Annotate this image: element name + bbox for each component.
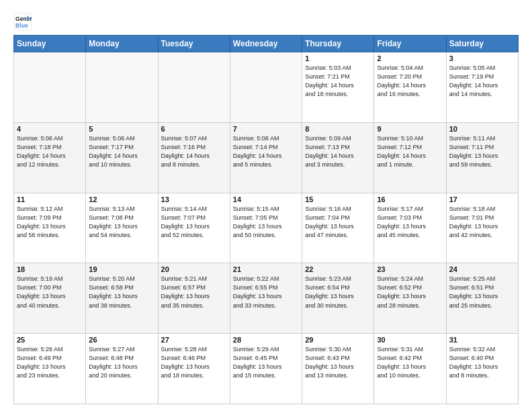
weekday-header: Tuesday	[158, 36, 230, 52]
calendar-cell: 23Sunrise: 5:24 AM Sunset: 6:52 PM Dayli…	[374, 263, 446, 334]
calendar-cell: 13Sunrise: 5:14 AM Sunset: 7:07 PM Dayli…	[158, 193, 230, 263]
calendar-cell: 20Sunrise: 5:21 AM Sunset: 6:57 PM Dayli…	[158, 263, 230, 334]
logo: General Blue	[13, 12, 32, 31]
calendar-cell: 17Sunrise: 5:18 AM Sunset: 7:01 PM Dayli…	[446, 193, 518, 263]
day-info: Sunrise: 5:21 AM Sunset: 6:57 PM Dayligh…	[161, 275, 227, 310]
day-number: 27	[161, 336, 227, 344]
header: General Blue	[13, 12, 519, 31]
calendar-cell: 18Sunrise: 5:19 AM Sunset: 7:00 PM Dayli…	[14, 263, 86, 334]
day-number: 31	[449, 336, 515, 344]
calendar-cell: 10Sunrise: 5:11 AM Sunset: 7:11 PM Dayli…	[446, 122, 518, 193]
calendar-cell: 15Sunrise: 5:16 AM Sunset: 7:04 PM Dayli…	[302, 193, 374, 263]
day-number: 7	[233, 125, 299, 133]
calendar-cell: 29Sunrise: 5:30 AM Sunset: 6:43 PM Dayli…	[302, 334, 374, 404]
calendar-cell: 28Sunrise: 5:29 AM Sunset: 6:45 PM Dayli…	[230, 334, 302, 404]
calendar-cell: 5Sunrise: 5:06 AM Sunset: 7:17 PM Daylig…	[86, 122, 158, 193]
day-info: Sunrise: 5:14 AM Sunset: 7:07 PM Dayligh…	[161, 205, 227, 240]
logo-icon: General Blue	[13, 12, 32, 31]
day-info: Sunrise: 5:15 AM Sunset: 7:05 PM Dayligh…	[233, 205, 299, 240]
day-number: 1	[305, 54, 371, 62]
day-info: Sunrise: 5:12 AM Sunset: 7:09 PM Dayligh…	[17, 205, 83, 240]
day-info: Sunrise: 5:06 AM Sunset: 7:17 PM Dayligh…	[89, 134, 154, 169]
calendar-cell: 27Sunrise: 5:28 AM Sunset: 6:46 PM Dayli…	[158, 334, 230, 404]
calendar-cell: 12Sunrise: 5:13 AM Sunset: 7:08 PM Dayli…	[86, 193, 158, 263]
day-info: Sunrise: 5:08 AM Sunset: 7:14 PM Dayligh…	[233, 134, 299, 169]
day-number: 15	[305, 195, 371, 203]
weekday-header-row: SundayMondayTuesdayWednesdayThursdayFrid…	[14, 36, 519, 52]
day-number: 30	[377, 336, 443, 344]
day-number: 22	[305, 265, 371, 273]
day-number: 2	[377, 54, 443, 62]
day-number: 16	[377, 195, 443, 203]
day-number: 23	[377, 265, 443, 273]
day-info: Sunrise: 5:13 AM Sunset: 7:08 PM Dayligh…	[89, 205, 154, 240]
day-number: 14	[233, 195, 299, 203]
calendar-cell	[230, 52, 302, 123]
calendar-cell: 24Sunrise: 5:25 AM Sunset: 6:51 PM Dayli…	[446, 263, 518, 334]
calendar-cell	[158, 52, 230, 123]
calendar-week-row: 18Sunrise: 5:19 AM Sunset: 7:00 PM Dayli…	[14, 263, 519, 334]
calendar-cell: 19Sunrise: 5:20 AM Sunset: 6:58 PM Dayli…	[86, 263, 158, 334]
calendar-cell: 30Sunrise: 5:31 AM Sunset: 6:42 PM Dayli…	[374, 334, 446, 404]
day-info: Sunrise: 5:09 AM Sunset: 7:13 PM Dayligh…	[305, 134, 371, 169]
day-number: 21	[233, 265, 299, 273]
calendar-cell: 22Sunrise: 5:23 AM Sunset: 6:54 PM Dayli…	[302, 263, 374, 334]
day-number: 29	[305, 336, 371, 344]
calendar-cell	[86, 52, 158, 123]
day-number: 5	[89, 125, 154, 133]
calendar-cell: 31Sunrise: 5:32 AM Sunset: 6:40 PM Dayli…	[446, 334, 518, 404]
weekday-header: Sunday	[14, 36, 86, 52]
calendar-cell: 3Sunrise: 5:05 AM Sunset: 7:19 PM Daylig…	[446, 52, 518, 123]
calendar-cell: 11Sunrise: 5:12 AM Sunset: 7:09 PM Dayli…	[14, 193, 86, 263]
calendar-cell: 21Sunrise: 5:22 AM Sunset: 6:55 PM Dayli…	[230, 263, 302, 334]
calendar-week-row: 4Sunrise: 5:06 AM Sunset: 7:18 PM Daylig…	[14, 122, 519, 193]
day-info: Sunrise: 5:22 AM Sunset: 6:55 PM Dayligh…	[233, 275, 299, 310]
calendar-week-row: 1Sunrise: 5:03 AM Sunset: 7:21 PM Daylig…	[14, 52, 519, 123]
svg-text:Blue: Blue	[15, 22, 28, 29]
day-info: Sunrise: 5:10 AM Sunset: 7:12 PM Dayligh…	[377, 134, 443, 169]
day-info: Sunrise: 5:27 AM Sunset: 6:48 PM Dayligh…	[89, 345, 154, 380]
page: General Blue SundayMondayTuesdayWednesda…	[0, 0, 532, 411]
calendar-table: SundayMondayTuesdayWednesdayThursdayFrid…	[13, 35, 519, 404]
day-info: Sunrise: 5:19 AM Sunset: 7:00 PM Dayligh…	[17, 275, 83, 310]
day-info: Sunrise: 5:23 AM Sunset: 6:54 PM Dayligh…	[305, 275, 371, 310]
day-number: 3	[449, 54, 515, 62]
day-number: 28	[233, 336, 299, 344]
day-info: Sunrise: 5:07 AM Sunset: 7:16 PM Dayligh…	[161, 134, 227, 169]
day-info: Sunrise: 5:06 AM Sunset: 7:18 PM Dayligh…	[17, 134, 83, 169]
calendar-cell: 25Sunrise: 5:26 AM Sunset: 6:49 PM Dayli…	[14, 334, 86, 404]
day-info: Sunrise: 5:26 AM Sunset: 6:49 PM Dayligh…	[17, 345, 83, 380]
day-info: Sunrise: 5:25 AM Sunset: 6:51 PM Dayligh…	[449, 275, 515, 310]
day-number: 24	[449, 265, 515, 273]
weekday-header: Friday	[374, 36, 446, 52]
day-info: Sunrise: 5:24 AM Sunset: 6:52 PM Dayligh…	[377, 275, 443, 310]
day-number: 18	[17, 265, 83, 273]
day-number: 11	[17, 195, 83, 203]
weekday-header: Monday	[86, 36, 158, 52]
day-number: 8	[305, 125, 371, 133]
day-number: 20	[161, 265, 227, 273]
day-info: Sunrise: 5:16 AM Sunset: 7:04 PM Dayligh…	[305, 205, 371, 240]
day-info: Sunrise: 5:30 AM Sunset: 6:43 PM Dayligh…	[305, 345, 371, 380]
calendar-cell: 14Sunrise: 5:15 AM Sunset: 7:05 PM Dayli…	[230, 193, 302, 263]
day-number: 6	[161, 125, 227, 133]
day-info: Sunrise: 5:03 AM Sunset: 7:21 PM Dayligh…	[305, 64, 371, 99]
calendar-cell: 16Sunrise: 5:17 AM Sunset: 7:03 PM Dayli…	[374, 193, 446, 263]
calendar-cell: 8Sunrise: 5:09 AM Sunset: 7:13 PM Daylig…	[302, 122, 374, 193]
day-number: 9	[377, 125, 443, 133]
calendar-cell: 6Sunrise: 5:07 AM Sunset: 7:16 PM Daylig…	[158, 122, 230, 193]
day-info: Sunrise: 5:20 AM Sunset: 6:58 PM Dayligh…	[89, 275, 154, 310]
day-info: Sunrise: 5:31 AM Sunset: 6:42 PM Dayligh…	[377, 345, 443, 380]
weekday-header: Thursday	[302, 36, 374, 52]
calendar-cell: 7Sunrise: 5:08 AM Sunset: 7:14 PM Daylig…	[230, 122, 302, 193]
day-info: Sunrise: 5:32 AM Sunset: 6:40 PM Dayligh…	[449, 345, 515, 380]
day-number: 25	[17, 336, 83, 344]
day-number: 17	[449, 195, 515, 203]
day-info: Sunrise: 5:29 AM Sunset: 6:45 PM Dayligh…	[233, 345, 299, 380]
calendar-week-row: 11Sunrise: 5:12 AM Sunset: 7:09 PM Dayli…	[14, 193, 519, 263]
day-number: 12	[89, 195, 154, 203]
day-number: 4	[17, 125, 83, 133]
calendar-cell	[14, 52, 86, 123]
day-info: Sunrise: 5:04 AM Sunset: 7:20 PM Dayligh…	[377, 64, 443, 99]
day-number: 19	[89, 265, 154, 273]
